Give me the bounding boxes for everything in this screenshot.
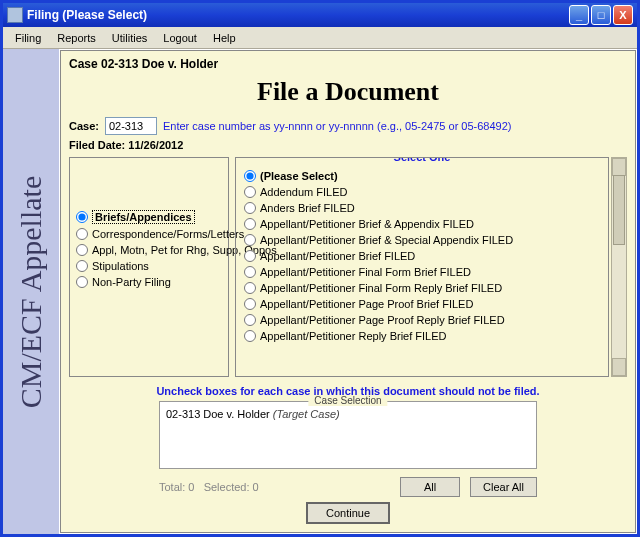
page-title: File a Document <box>69 77 627 107</box>
category-radio[interactable] <box>76 276 88 288</box>
doc-radio[interactable] <box>244 250 256 262</box>
continue-button[interactable]: Continue <box>306 502 390 524</box>
doc-option[interactable]: Anders Brief FILED <box>244 200 604 216</box>
doc-label: Addendum FILED <box>260 186 347 198</box>
case-selection-target: (Target Case) <box>273 408 340 420</box>
category-label: Non-Party Filing <box>92 276 171 288</box>
body: CM/ECF Appellate Case 02-313 Doe v. Hold… <box>3 49 637 534</box>
main-panel: Case 02-313 Doe v. Holder File a Documen… <box>60 50 636 533</box>
maximize-button[interactable]: □ <box>591 5 611 25</box>
doc-radio[interactable] <box>244 314 256 326</box>
category-option[interactable]: Briefs/Appendices <box>76 208 222 226</box>
doc-option[interactable]: Appellant/Petitioner Final Form Reply Br… <box>244 280 604 296</box>
minimize-button[interactable]: _ <box>569 5 589 25</box>
doc-label: Appellant/Petitioner Brief FILED <box>260 250 415 262</box>
case-hint: Enter case number as yy-nnnn or yy-nnnnn… <box>163 120 512 132</box>
filed-value: 11/26/2012 <box>128 139 183 151</box>
doc-radio[interactable] <box>244 298 256 310</box>
category-option[interactable]: Stipulations <box>76 258 222 274</box>
doc-label: (Please Select) <box>260 170 338 182</box>
menu-logout[interactable]: Logout <box>155 30 205 46</box>
case-selection-item[interactable]: 02-313 Doe v. Holder <box>166 408 270 420</box>
select-one-fieldset: Select One (Please Select)Addendum FILED… <box>235 157 609 377</box>
case-selection-fieldset: Case Selection 02-313 Doe v. Holder (Tar… <box>159 401 537 469</box>
doc-option[interactable]: Appellant/Petitioner Page Proof Brief FI… <box>244 296 604 312</box>
window-title: Filing (Please Select) <box>27 8 147 22</box>
category-option[interactable]: Non-Party Filing <box>76 274 222 290</box>
doc-option[interactable]: (Please Select) <box>244 168 604 184</box>
category-label: Briefs/Appendices <box>92 210 195 224</box>
counts: Total: 0 Selected: 0 <box>159 481 390 493</box>
close-button[interactable]: X <box>613 5 633 25</box>
menu-reports[interactable]: Reports <box>49 30 104 46</box>
doc-option[interactable]: Appellant/Petitioner Brief FILED <box>244 248 604 264</box>
doc-radio[interactable] <box>244 218 256 230</box>
doc-radio[interactable] <box>244 282 256 294</box>
scrollbar-thumb[interactable] <box>613 175 625 245</box>
clear-all-button[interactable]: Clear All <box>470 477 537 497</box>
doc-label: Appellant/Petitioner Brief & Special App… <box>260 234 513 246</box>
titlebar: Filing (Please Select) _ □ X <box>3 3 637 27</box>
category-option[interactable]: Appl, Motn, Pet for Rhg, Supp, Oppos <box>76 242 222 258</box>
filed-row: Filed Date: 11/26/2012 <box>69 139 627 151</box>
category-radio[interactable] <box>76 211 88 223</box>
doc-option[interactable]: Appellant/Petitioner Reply Brief FILED <box>244 328 604 344</box>
panels: Briefs/AppendicesCorrespondence/Forms/Le… <box>69 157 627 377</box>
case-header: Case 02-313 Doe v. Holder <box>69 57 627 71</box>
select-one-legend: Select One <box>388 157 457 163</box>
sidebar-label: CM/ECF Appellate <box>14 175 48 408</box>
doc-radio[interactable] <box>244 234 256 246</box>
doc-option[interactable]: Appellant/Petitioner Page Proof Reply Br… <box>244 312 604 328</box>
case-selection-legend: Case Selection <box>308 395 387 406</box>
doc-radio[interactable] <box>244 186 256 198</box>
doc-option[interactable]: Appellant/Petitioner Final Form Brief FI… <box>244 264 604 280</box>
doc-radio[interactable] <box>244 170 256 182</box>
doc-label: Appellant/Petitioner Final Form Reply Br… <box>260 282 502 294</box>
case-number-row: Case: Enter case number as yy-nnnn or yy… <box>69 117 627 135</box>
app-window: Filing (Please Select) _ □ X Filing Repo… <box>0 0 640 537</box>
scrollbar[interactable] <box>611 157 627 377</box>
doc-radio[interactable] <box>244 330 256 342</box>
filed-label: Filed Date: <box>69 139 125 151</box>
continue-row: Continue <box>69 507 627 519</box>
category-radio[interactable] <box>76 260 88 272</box>
select-one-wrap: Select One (Please Select)Addendum FILED… <box>235 157 627 377</box>
doc-label: Appellant/Petitioner Brief & Appendix FI… <box>260 218 474 230</box>
bottom-row: Total: 0 Selected: 0 All Clear All <box>159 477 537 497</box>
doc-label: Anders Brief FILED <box>260 202 355 214</box>
category-radio[interactable] <box>76 244 88 256</box>
menu-utilities[interactable]: Utilities <box>104 30 155 46</box>
doc-radio[interactable] <box>244 202 256 214</box>
category-panel: Briefs/AppendicesCorrespondence/Forms/Le… <box>69 157 229 377</box>
menu-filing[interactable]: Filing <box>7 30 49 46</box>
case-input[interactable] <box>105 117 157 135</box>
all-button[interactable]: All <box>400 477 460 497</box>
doc-label: Appellant/Petitioner Page Proof Brief FI… <box>260 298 473 310</box>
menubar: Filing Reports Utilities Logout Help <box>3 27 637 49</box>
sidebar: CM/ECF Appellate <box>3 49 59 534</box>
doc-label: Appellant/Petitioner Page Proof Reply Br… <box>260 314 505 326</box>
doc-radio[interactable] <box>244 266 256 278</box>
doc-label: Appellant/Petitioner Final Form Brief FI… <box>260 266 471 278</box>
category-radio[interactable] <box>76 228 88 240</box>
case-label: Case: <box>69 120 99 132</box>
doc-option[interactable]: Appellant/Petitioner Brief & Special App… <box>244 232 604 248</box>
category-label: Correspondence/Forms/Letters <box>92 228 244 240</box>
category-option[interactable]: Correspondence/Forms/Letters <box>76 226 222 242</box>
menu-help[interactable]: Help <box>205 30 244 46</box>
doc-label: Appellant/Petitioner Reply Brief FILED <box>260 330 446 342</box>
app-icon <box>7 7 23 23</box>
category-label: Stipulations <box>92 260 149 272</box>
doc-option[interactable]: Appellant/Petitioner Brief & Appendix FI… <box>244 216 604 232</box>
doc-option[interactable]: Addendum FILED <box>244 184 604 200</box>
